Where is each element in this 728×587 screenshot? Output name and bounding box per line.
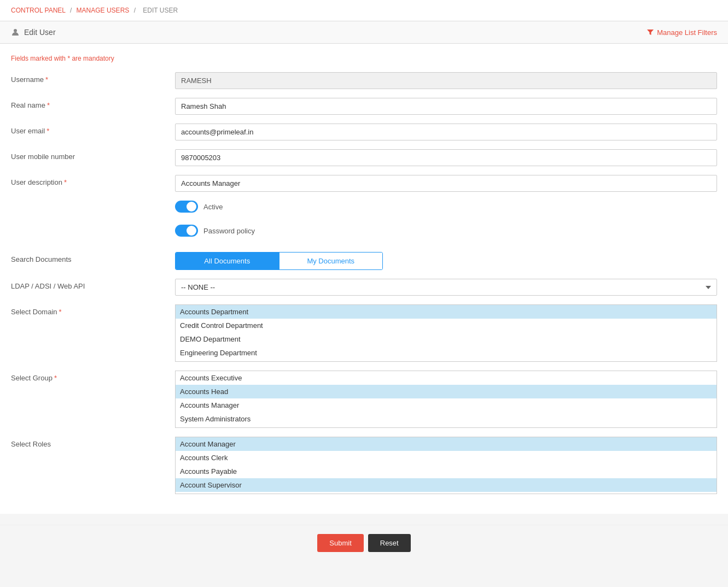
toggles-wrap: Active Password policy xyxy=(175,201,717,243)
select-group-label: Select Group* xyxy=(11,371,175,382)
select-group-listbox-wrap: Accounts Executive Accounts Head Account… xyxy=(175,371,717,428)
realname-label: Real name* xyxy=(11,98,175,109)
list-item[interactable]: Accounts Head xyxy=(176,385,717,398)
ldap-select-wrap: -- NONE -- Option 1 Option 2 xyxy=(175,279,717,296)
toggles-row: Active Password policy xyxy=(11,201,717,243)
list-item[interactable]: Account Supervisor xyxy=(176,478,717,492)
realname-input-wrap xyxy=(175,98,717,115)
breadcrumb: CONTROL PANEL / MANAGE USERS / EDIT USER xyxy=(0,0,728,21)
mobile-row: User mobile number xyxy=(11,149,717,166)
user-icon xyxy=(11,28,20,37)
ldap-row: LDAP / ADSI / Web API -- NONE -- Option … xyxy=(11,279,717,296)
select-domain-listbox-wrap: Accounts Department Credit Control Depar… xyxy=(175,304,717,362)
select-group-required: * xyxy=(54,374,57,382)
list-item[interactable]: Accounts Department xyxy=(176,305,717,319)
select-domain-required: * xyxy=(59,308,62,316)
mobile-input-wrap xyxy=(175,149,717,166)
username-required: * xyxy=(45,75,48,84)
description-input[interactable] xyxy=(175,175,717,192)
select-group-row: Select Group* Accounts Executive Account… xyxy=(11,371,717,428)
username-label: Username* xyxy=(11,72,175,84)
select-group-listbox[interactable]: Accounts Executive Accounts Head Account… xyxy=(175,371,717,428)
select-domain-row: Select Domain* Accounts Department Credi… xyxy=(11,304,717,362)
active-toggle-label: Active xyxy=(203,203,223,211)
ldap-label: LDAP / ADSI / Web API xyxy=(11,279,175,290)
email-input-wrap xyxy=(175,124,717,140)
select-domain-listbox[interactable]: Accounts Department Credit Control Depar… xyxy=(175,304,717,362)
page-title: Edit User xyxy=(24,28,56,37)
description-required: * xyxy=(64,178,67,186)
email-row: User email* xyxy=(11,124,717,140)
select-roles-label: Select Roles xyxy=(11,437,175,448)
username-row: Username* xyxy=(11,72,717,89)
breadcrumb-control-panel[interactable]: CONTROL PANEL xyxy=(11,7,66,14)
active-toggle-row: Active xyxy=(175,201,717,213)
page-header-left: Edit User xyxy=(11,28,56,37)
realname-required: * xyxy=(47,101,50,109)
submit-button[interactable]: Submit xyxy=(317,534,363,552)
password-policy-toggle-label: Password policy xyxy=(203,227,255,235)
description-input-wrap xyxy=(175,175,717,192)
list-item[interactable]: Credit Control Department xyxy=(176,319,717,332)
list-item[interactable]: Accounts Executive xyxy=(176,371,717,385)
search-documents-buttons-wrap: All Documents My Documents xyxy=(175,252,717,270)
email-required: * xyxy=(46,127,49,135)
mobile-input[interactable] xyxy=(175,149,717,166)
manage-list-filters-label: Manage List Filters xyxy=(657,28,717,37)
form-actions: Submit Reset xyxy=(0,525,728,561)
list-item[interactable]: Engineering Department xyxy=(176,346,717,360)
list-item[interactable]: DEMO Department xyxy=(176,332,717,346)
all-documents-button[interactable]: All Documents xyxy=(176,253,279,269)
realname-input[interactable] xyxy=(175,98,717,115)
username-input[interactable] xyxy=(175,72,717,89)
search-documents-row: Search Documents All Documents My Docume… xyxy=(11,252,717,270)
select-domain-label: Select Domain* xyxy=(11,304,175,316)
email-input[interactable] xyxy=(175,124,717,140)
ldap-select[interactable]: -- NONE -- Option 1 Option 2 xyxy=(175,279,717,296)
manage-list-filters-button[interactable]: Manage List Filters xyxy=(647,28,717,37)
select-roles-listbox-wrap: Account Manager Accounts Clerk Accounts … xyxy=(175,437,717,494)
filter-icon xyxy=(647,28,654,36)
list-item[interactable]: HR Department xyxy=(176,360,717,362)
select-roles-row: Select Roles Account Manager Accounts Cl… xyxy=(11,437,717,494)
list-item[interactable]: Credit Controller xyxy=(176,492,717,494)
breadcrumb-edit-user: EDIT USER xyxy=(143,7,178,14)
active-toggle[interactable] xyxy=(175,201,198,213)
password-policy-toggle[interactable] xyxy=(175,225,198,237)
email-label: User email* xyxy=(11,124,175,135)
reset-button[interactable]: Reset xyxy=(368,534,411,552)
breadcrumb-manage-users[interactable]: MANAGE USERS xyxy=(77,7,130,14)
search-documents-label: Search Documents xyxy=(11,252,175,263)
svg-point-0 xyxy=(14,29,17,32)
list-item[interactable]: Accounts Manager xyxy=(176,398,717,412)
list-item[interactable]: Account Manager xyxy=(176,437,717,451)
main-content: Fields marked with * are mandatory Usern… xyxy=(0,44,728,514)
description-label: User description* xyxy=(11,175,175,186)
toggles-label-spacer xyxy=(11,201,175,204)
mandatory-note: Fields marked with * are mandatory xyxy=(11,55,717,62)
realname-row: Real name* xyxy=(11,98,717,115)
page-header: Edit User Manage List Filters xyxy=(0,21,728,44)
search-documents-toggle: All Documents My Documents xyxy=(175,252,383,270)
mobile-label: User mobile number xyxy=(11,149,175,161)
list-item[interactable]: System Administrators xyxy=(176,412,717,426)
breadcrumb-sep1: / xyxy=(70,7,72,14)
username-input-wrap xyxy=(175,72,717,89)
description-row: User description* xyxy=(11,175,717,192)
my-documents-button[interactable]: My Documents xyxy=(279,253,383,269)
select-roles-listbox[interactable]: Account Manager Accounts Clerk Accounts … xyxy=(175,437,717,494)
list-item[interactable]: Credit Controllers xyxy=(176,426,717,428)
list-item[interactable]: Accounts Clerk xyxy=(176,451,717,465)
list-item[interactable]: Accounts Payable xyxy=(176,465,717,478)
password-policy-toggle-row: Password policy xyxy=(175,225,717,237)
breadcrumb-sep2: / xyxy=(134,7,136,14)
